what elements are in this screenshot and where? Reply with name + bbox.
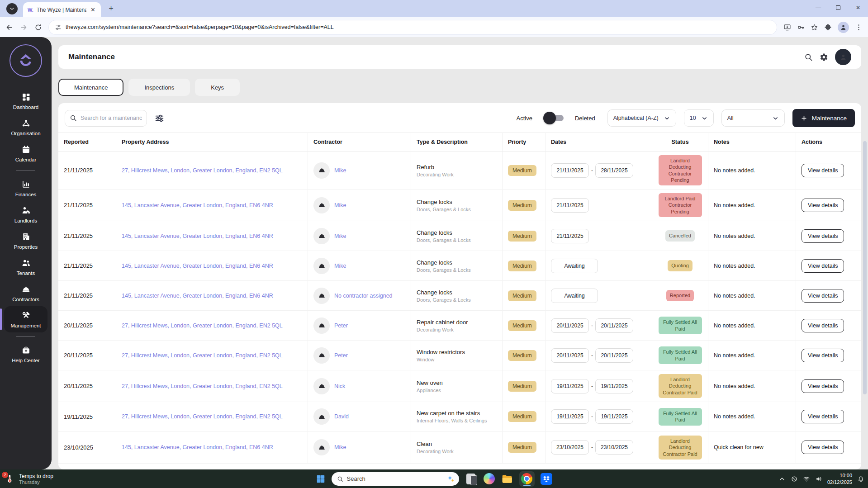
phone-link-icon[interactable] [465, 473, 477, 485]
view-details-button[interactable]: View details [802, 259, 844, 273]
notifications-bell-icon[interactable] [857, 475, 864, 483]
browser-menu-icon[interactable] [855, 24, 863, 31]
sort-dropdown[interactable]: Alphabetical (A-Z) [607, 109, 676, 127]
chrome-icon[interactable] [519, 471, 535, 487]
tab-search-button[interactable] [6, 3, 18, 14]
view-details-button[interactable]: View details [802, 199, 844, 212]
user-avatar[interactable] [835, 49, 851, 65]
sidebar-item-tenants[interactable]: Tenants [4, 254, 47, 280]
date-input[interactable]: 21/11/2025 [551, 198, 589, 213]
sidebar-item-contractors[interactable]: Contractors [4, 280, 47, 306]
close-button[interactable]: ✕ [848, 0, 868, 15]
page-scrollbar[interactable] [863, 141, 867, 394]
view-details-button[interactable]: View details [802, 229, 844, 243]
weather-widget[interactable]: 2 Temps to drop Thursday [4, 469, 53, 488]
view-details-button[interactable]: View details [802, 349, 844, 362]
contractor-name-link[interactable]: Peter [334, 352, 348, 359]
date-input[interactable]: 20/11/2025 [595, 348, 633, 363]
contractor-name-link[interactable]: Mike [334, 202, 346, 208]
property-address-link[interactable]: 27, Hillcrest Mews, London, Greater Lond… [122, 322, 283, 329]
tab-close-icon[interactable]: ✕ [90, 6, 96, 13]
view-details-button[interactable]: View details [802, 410, 844, 423]
sidebar-item-finances[interactable]: Finances [4, 175, 47, 201]
contractor-name-link[interactable]: No contractor assigned [334, 293, 393, 299]
wifi-icon[interactable] [803, 475, 810, 483]
property-address-link[interactable]: 27, Hillcrest Mews, London, Greater Lond… [122, 413, 283, 420]
minimize-button[interactable]: — [808, 0, 828, 15]
dropbox-icon[interactable] [541, 473, 553, 485]
contractor-name-link[interactable]: Mike [334, 263, 346, 269]
date-input[interactable]: 19/11/2025 [595, 379, 633, 393]
tab-keys[interactable]: Keys [195, 79, 240, 96]
date-input[interactable]: 21/11/2025 [551, 163, 589, 178]
view-details-button[interactable]: View details [802, 441, 844, 454]
location-off-icon[interactable] [791, 475, 798, 483]
date-input[interactable]: 20/11/2025 [551, 348, 589, 363]
search-icon[interactable] [804, 53, 813, 62]
taskbar-search[interactable]: Search [332, 472, 459, 486]
tray-chevron-up-icon[interactable] [778, 475, 786, 483]
bookmark-star-icon[interactable] [811, 24, 818, 31]
date-input[interactable]: 19/11/2025 [551, 409, 589, 424]
sidebar-item-management[interactable]: Management [4, 306, 47, 332]
contractor-name-link[interactable]: Nick [334, 383, 345, 389]
new-tab-button[interactable]: ＋ [107, 3, 115, 13]
search-input[interactable] [81, 115, 142, 121]
date-input[interactable]: 28/11/2025 [595, 163, 633, 178]
tab-inspections[interactable]: Inspections [128, 79, 190, 96]
active-deleted-toggle[interactable] [545, 115, 564, 121]
tab-maintenance[interactable]: Maintenance [58, 79, 123, 96]
view-details-button[interactable]: View details [802, 319, 844, 332]
sidebar-item-calendar[interactable]: Calendar [4, 140, 47, 166]
property-address-link[interactable]: 27, Hillcrest Mews, London, Greater Lond… [122, 352, 283, 359]
contractor-name-link[interactable]: Mike [334, 444, 346, 450]
forward-button[interactable] [20, 24, 28, 31]
date-input[interactable]: 19/11/2025 [551, 379, 589, 393]
scope-dropdown[interactable]: All [721, 109, 785, 127]
sidebar-item-help-center[interactable]: Help Center [4, 341, 47, 367]
per-page-dropdown[interactable]: 10 [684, 109, 714, 127]
contractor-name-link[interactable]: David [334, 413, 349, 420]
back-button[interactable] [5, 24, 13, 31]
contractor-name-link[interactable]: Mike [334, 233, 346, 239]
gear-icon[interactable] [820, 53, 828, 62]
property-address-link[interactable]: 145, Lancaster Avenue, Greater London, E… [122, 444, 273, 450]
extensions-puzzle-icon[interactable] [824, 24, 832, 31]
reload-button[interactable] [34, 24, 42, 31]
taskbar-clock[interactable]: 10:00 02/12/2025 [827, 472, 852, 486]
volume-icon[interactable] [815, 475, 822, 483]
password-key-icon[interactable] [797, 24, 805, 31]
property-address-link[interactable]: 145, Lancaster Avenue, Greater London, E… [122, 293, 273, 299]
date-input[interactable]: 19/11/2025 [595, 409, 633, 424]
browser-tab[interactable]: W. The Wyze | Maintenance ✕ [23, 2, 101, 17]
date-input[interactable]: 20/11/2025 [551, 318, 589, 333]
wyze-logo[interactable] [9, 44, 42, 77]
filter-sliders-icon[interactable] [155, 114, 164, 123]
date-input[interactable]: 23/10/2025 [551, 440, 589, 455]
copilot-icon[interactable] [483, 473, 495, 485]
sidebar-item-properties[interactable]: Properties [4, 227, 47, 254]
maximize-button[interactable] [828, 0, 848, 15]
date-input[interactable]: Awaiting [551, 259, 598, 273]
property-address-link[interactable]: 27, Hillcrest Mews, London, Greater Lond… [122, 383, 283, 389]
date-input[interactable]: Awaiting [551, 289, 598, 303]
property-address-link[interactable]: 145, Lancaster Avenue, Greater London, E… [122, 263, 273, 269]
start-button[interactable] [316, 474, 326, 484]
property-address-link[interactable]: 145, Lancaster Avenue, Greater London, E… [122, 202, 273, 208]
file-explorer-icon[interactable] [501, 473, 513, 485]
date-input[interactable]: 20/11/2025 [595, 318, 633, 333]
search-box[interactable] [65, 110, 147, 127]
contractor-name-link[interactable]: Peter [334, 322, 348, 329]
view-details-button[interactable]: View details [802, 379, 844, 393]
contractor-name-link[interactable]: Mike [334, 167, 346, 174]
sidebar-item-organisation[interactable]: Organisation [4, 114, 47, 140]
site-settings-icon[interactable] [55, 24, 62, 31]
date-input[interactable]: 23/10/2025 [595, 440, 633, 455]
view-details-button[interactable]: View details [802, 289, 844, 303]
sidebar-item-dashboard[interactable]: Dashboard [4, 88, 47, 114]
browser-profile-avatar[interactable] [838, 22, 849, 33]
install-app-icon[interactable] [783, 24, 791, 31]
property-address-link[interactable]: 145, Lancaster Avenue, Greater London, E… [122, 233, 273, 239]
date-input[interactable]: 21/11/2025 [551, 229, 589, 243]
property-address-link[interactable]: 27, Hillcrest Mews, London, Greater Lond… [122, 167, 283, 174]
